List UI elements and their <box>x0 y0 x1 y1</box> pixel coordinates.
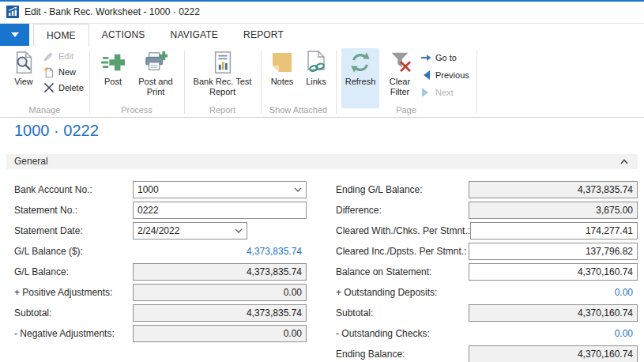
general-section-label: General <box>14 154 48 169</box>
notes-button-label: Notes <box>271 77 294 87</box>
statement-no-input[interactable] <box>133 202 307 219</box>
outstanding-checks-drilldown-link[interactable]: 0.00 <box>469 325 638 342</box>
links-button[interactable]: Links <box>300 48 332 108</box>
delete-button[interactable]: Delete <box>43 81 84 95</box>
positive-adjustments-label: + Positive Adjustments: <box>14 287 133 298</box>
outstanding-deposits-drilldown-link[interactable]: 0.00 <box>469 284 638 301</box>
field-row: + Outstanding Deposits:0.00 <box>336 284 638 301</box>
bank-account-no-combobox[interactable]: 1000 <box>133 181 307 198</box>
cleared-with-chks-per-stmnt-input[interactable] <box>470 222 638 239</box>
post-and-print-button[interactable]: Post and Print <box>132 48 179 108</box>
field-row: Statement Date:2/24/2022 <box>14 222 307 239</box>
page-title: 1000 · 0222 <box>14 122 99 140</box>
previous-arrow-icon <box>420 70 431 80</box>
general-right-column: Ending G/L Balance:4,373,835.74Differenc… <box>336 181 638 362</box>
group-label-show-attached: Show Attached <box>261 105 336 115</box>
field-control: 0.00 <box>469 284 638 301</box>
field-control: 4,373,835.74 <box>133 304 307 322</box>
field-control <box>469 263 638 281</box>
post-button-label: Post <box>104 77 122 87</box>
statement-no-label: Statement No.: <box>14 205 133 216</box>
ribbon-group-process: Post Post and Print Process <box>89 47 184 117</box>
next-button: Next <box>420 85 469 100</box>
edit-pencil-icon <box>43 51 55 62</box>
general-left-column: Bank Account No.:1000Statement No.:State… <box>14 181 307 345</box>
field-control: 4,370,160.74 <box>469 345 638 362</box>
field-control: 3,675.00 <box>469 202 638 219</box>
notes-icon <box>269 50 295 75</box>
refresh-icon <box>348 50 373 75</box>
links-icon <box>303 50 329 75</box>
bank-rec-test-report-button[interactable]: Bank Rec. Test Report <box>186 48 258 108</box>
field-row: Ending G/L Balance:4,373,835.74 <box>336 181 638 198</box>
refresh-button-label: Refresh <box>345 77 376 87</box>
dropdown-chevron-icon <box>235 228 243 233</box>
field-control <box>469 243 638 260</box>
field-row: Difference:3,675.00 <box>336 202 638 219</box>
notes-button[interactable]: Notes <box>266 48 299 108</box>
field-row: Balance on Statement: <box>336 263 638 281</box>
go-to-arrow-icon <box>420 54 431 62</box>
ribbon-tab-bar: HOME ACTIONS NAVIGATE REPORT <box>0 24 644 47</box>
field-row: Subtotal:4,370,160.74 <box>336 304 638 322</box>
tab-actions[interactable]: ACTIONS <box>89 24 158 46</box>
negative-adjustments-label: - Negative Adjustments: <box>14 328 133 339</box>
field-control: 4,370,160.74 <box>469 304 638 322</box>
field-control: 1000 <box>133 181 307 198</box>
field-control: 0.00 <box>469 325 638 342</box>
group-separator <box>476 51 477 114</box>
new-document-icon <box>43 66 55 77</box>
field-control: 4,373,835.74 <box>469 181 638 198</box>
field-row: Ending Balance:4,370,160.74 <box>336 345 638 362</box>
field-row: Cleared Inc./Dpsts. Per Stmnt.: <box>336 243 638 260</box>
dropdown-triangle-icon <box>11 32 19 37</box>
ribbon-group-show-attached: Notes Links Show Attached <box>261 47 336 117</box>
balance-on-statement-input[interactable] <box>469 263 638 281</box>
post-and-print-button-label: Post and Print <box>132 77 179 97</box>
go-to-button[interactable]: Go to <box>420 50 469 66</box>
refresh-button[interactable]: Refresh <box>341 48 379 108</box>
links-button-label: Links <box>306 77 326 87</box>
g-l-balance-label: G/L Balance: <box>14 266 133 277</box>
field-control: 4,373,835.74 <box>133 263 307 281</box>
view-icon <box>11 50 36 75</box>
tab-home[interactable]: HOME <box>33 24 89 47</box>
new-button-label: New <box>58 67 76 77</box>
group-label-manage: Manage <box>0 105 89 115</box>
balance-on-statement-label: Balance on Statement: <box>336 266 469 277</box>
g-l-balance-drilldown-link[interactable]: 4,373,835.74 <box>133 243 307 260</box>
view-button[interactable]: View <box>8 48 40 108</box>
tab-navigate[interactable]: NAVIGATE <box>158 24 232 46</box>
field-row: Bank Account No.:1000 <box>14 181 307 198</box>
app-icon <box>6 6 19 18</box>
ribbon-group-page: Refresh Clear Filter Go to <box>336 47 476 117</box>
statement-date-combobox[interactable]: 2/24/2022 <box>133 222 247 239</box>
field-control: 4,373,835.74 <box>133 243 307 260</box>
difference-readonly-field: 3,675.00 <box>469 202 638 219</box>
clear-filter-button-label: Clear Filter <box>382 77 418 97</box>
ending-balance-label: Ending Balance: <box>336 349 469 360</box>
subtotal-label: Subtotal: <box>14 307 133 319</box>
bank-account-no-label: Bank Account No.: <box>14 184 133 195</box>
cleared-inc-dpsts-per-stmnt-input[interactable] <box>469 243 638 260</box>
clear-filter-button[interactable]: Clear Filter <box>382 48 418 108</box>
ribbon-group-report: Bank Rec. Test Report Report <box>184 47 261 117</box>
ribbon-tabs: HOME ACTIONS NAVIGATE REPORT <box>33 24 296 47</box>
new-button[interactable]: New <box>43 65 84 79</box>
general-fasttab-header[interactable]: General <box>6 154 638 169</box>
previous-button[interactable]: Previous <box>420 67 469 83</box>
tab-report[interactable]: REPORT <box>231 24 296 46</box>
group-label-report: Report <box>184 105 261 115</box>
page-small-buttons: Go to Previous Next <box>420 50 469 102</box>
manage-small-buttons: Edit New Delete <box>43 49 84 96</box>
collapse-chevron-icon[interactable] <box>620 159 628 164</box>
ribbon-menu-button[interactable] <box>0 24 29 46</box>
group-label-process: Process <box>89 105 184 115</box>
field-row: Subtotal:4,373,835.74 <box>14 304 307 322</box>
post-button[interactable]: Post <box>96 48 130 108</box>
outstanding-deposits-label: + Outstanding Deposits: <box>336 287 469 298</box>
bank-rec-test-report-icon <box>210 50 235 75</box>
delete-button-label: Delete <box>58 83 84 92</box>
negative-adjustments-readonly-field: 0.00 <box>133 325 307 342</box>
post-icon <box>100 50 126 75</box>
